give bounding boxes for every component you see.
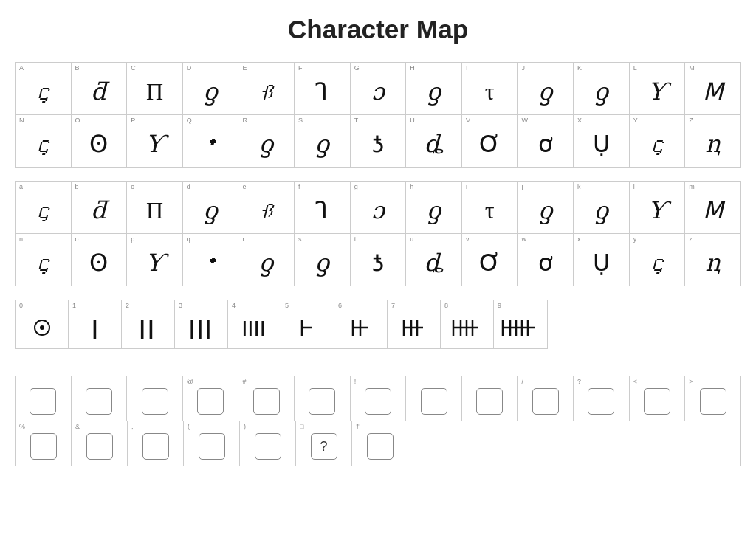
char-cell-H[interactable]: H ƍ [406, 63, 462, 114]
char-cell-M[interactable]: M ꓟ [685, 63, 740, 114]
char-cell-h[interactable]: h ƍ [406, 182, 462, 233]
char-cell-i[interactable]: i τ [462, 182, 518, 233]
char-cell-Q[interactable]: Q ꞏ [183, 115, 239, 167]
char-cell-sp1[interactable] [16, 376, 72, 421]
char-cell-lt[interactable]: < [630, 376, 686, 421]
char-cell-slash[interactable]: / [518, 376, 574, 421]
char-cell-L[interactable]: L Ƴ [630, 63, 686, 114]
char-cell-S[interactable]: S ƍ [295, 115, 351, 167]
digits-row: 0 1 | 2 || 3 ||| 4 |||| 5 [16, 300, 547, 348]
lowercase-row-2: n ꞔ o ʘ p Ƴ q ꞏ r ƍ s ƍ t ƾ u ȡ [16, 234, 740, 286]
char-cell-pct[interactable]: % [16, 421, 72, 466]
char-cell-C[interactable]: C Π [127, 63, 183, 114]
char-cell-gt[interactable]: > [685, 376, 740, 421]
char-cell-o[interactable]: o ʘ [72, 234, 128, 286]
char-cell-I[interactable]: I τ [462, 63, 518, 114]
char-cell-D[interactable]: D ƍ [183, 63, 239, 114]
digits-section: 0 1 | 2 || 3 ||| 4 |||| 5 [15, 300, 548, 349]
char-cell-W[interactable]: W ơ [518, 115, 574, 167]
char-cell-u[interactable]: u ȡ [406, 234, 462, 286]
char-cell-comma[interactable]: , [128, 421, 184, 466]
char-cell-n[interactable]: n ꞔ [16, 234, 72, 286]
char-cell-g[interactable]: g ɔ [351, 182, 407, 233]
char-cell-Y[interactable]: Y ꞔ [630, 115, 686, 167]
char-cell-X[interactable]: X Ụ [574, 115, 630, 167]
char-cell-t[interactable]: t ƾ [351, 234, 407, 286]
char-cell-F[interactable]: F ꓩ [295, 63, 351, 114]
char-cell-k[interactable]: k ƍ [574, 182, 630, 233]
char-cell-sp9[interactable] [462, 376, 518, 421]
char-cell-sp-last[interactable]: † [352, 421, 408, 466]
char-cell-e[interactable]: e ꟗ [238, 182, 295, 233]
char-cell-5[interactable]: 5 [281, 300, 334, 348]
char-cell-J[interactable]: J ƍ [518, 63, 574, 114]
char-cell-Z[interactable]: Z ꞑ [685, 115, 740, 167]
lowercase-section: a ꞔ b ƌ c Π d ƍ e ꟗ f ꓩ g ɔ h ƍ [15, 181, 741, 286]
char-cell-dagger[interactable]: □ ? [296, 421, 352, 466]
char-cell-question[interactable]: ? [574, 376, 630, 421]
char-cell-w[interactable]: w ơ [518, 234, 574, 286]
char-cell-sp3[interactable] [127, 376, 183, 421]
char-cell-at[interactable]: @ [183, 376, 239, 421]
char-cell-3[interactable]: 3 ||| [175, 300, 228, 348]
char-cell-hash[interactable]: # [238, 376, 295, 421]
char-cell-s[interactable]: s ƍ [295, 234, 351, 286]
char-cell-1[interactable]: 1 | [69, 300, 122, 348]
uppercase-row-2: N ꞔ O ʘ P Ƴ Q ꞏ R ƍ S ƍ T ƾ U ȡ [16, 115, 740, 167]
char-cell-sp8[interactable] [406, 376, 462, 421]
char-cell-empty1 [408, 421, 740, 466]
char-cell-b[interactable]: b ƌ [72, 182, 128, 233]
char-cell-sp2[interactable] [72, 376, 128, 421]
char-cell-8[interactable]: 8 [441, 300, 494, 348]
char-cell-excl[interactable]: ! [351, 376, 407, 421]
char-cell-d[interactable]: d ƍ [183, 182, 239, 233]
uppercase-row-1: A ꞔ B ƌ C Π D ƍ E ꟗ F ꓩ G ɔ H ƍ [16, 63, 740, 115]
char-cell-a[interactable]: a ꞔ [16, 182, 72, 233]
page-title: Character Map [15, 15, 741, 44]
char-cell-f[interactable]: f ꓩ [295, 182, 351, 233]
char-cell-0[interactable]: 0 [16, 300, 69, 348]
special-row-2: % & , ( ) □ ? † [16, 421, 740, 466]
char-cell-U[interactable]: U ȡ [406, 115, 462, 167]
char-cell-7[interactable]: 7 [388, 300, 441, 348]
char-cell-m[interactable]: m ꓟ [685, 182, 740, 233]
uppercase-section: A ꞔ B ƌ C Π D ƍ E ꟗ F ꓩ G ɔ H ƍ [15, 62, 741, 168]
char-cell-4[interactable]: 4 |||| [228, 300, 281, 348]
char-cell-x[interactable]: x Ụ [574, 234, 630, 286]
char-cell-9[interactable]: 9 [494, 300, 547, 348]
char-cell-2[interactable]: 2 || [122, 300, 175, 348]
char-cell-lparen[interactable]: ( [184, 421, 240, 466]
char-cell-P[interactable]: P Ƴ [127, 115, 183, 167]
char-cell-G[interactable]: G ɔ [351, 63, 407, 114]
char-cell-l[interactable]: l Ƴ [630, 182, 686, 233]
char-cell-q[interactable]: q ꞏ [183, 234, 239, 286]
char-cell-B[interactable]: B ƌ [72, 63, 128, 114]
char-cell-sp6[interactable] [295, 376, 351, 421]
char-cell-r[interactable]: r ƍ [238, 234, 295, 286]
char-cell-rparen[interactable]: ) [240, 421, 296, 466]
char-cell-K[interactable]: K ƍ [574, 63, 630, 114]
special-row-1: @ # ! / ? < [16, 376, 740, 421]
char-cell-A[interactable]: A ꞔ [16, 63, 72, 114]
char-cell-amp[interactable]: & [72, 421, 128, 466]
char-cell-N[interactable]: N ꞔ [16, 115, 72, 167]
char-cell-T[interactable]: T ƾ [351, 115, 407, 167]
special-section-1: @ # ! / ? < [15, 376, 741, 466]
char-cell-c[interactable]: c Π [127, 182, 183, 233]
char-cell-R[interactable]: R ƍ [238, 115, 295, 167]
lowercase-row-1: a ꞔ b ƌ c Π d ƍ e ꟗ f ꓩ g ɔ h ƍ [16, 182, 740, 234]
char-cell-y[interactable]: y ꞔ [630, 234, 686, 286]
char-cell-p[interactable]: p Ƴ [127, 234, 183, 286]
char-cell-V[interactable]: V Ơ [462, 115, 518, 167]
char-cell-6[interactable]: 6 [334, 300, 388, 348]
char-cell-E[interactable]: E ꟗ [238, 63, 295, 114]
char-cell-z[interactable]: z ꞑ [685, 234, 740, 286]
svg-point-1 [40, 325, 44, 330]
char-cell-j[interactable]: j ƍ [518, 182, 574, 233]
char-cell-O[interactable]: O ʘ [72, 115, 128, 167]
char-cell-v[interactable]: v Ơ [462, 234, 518, 286]
